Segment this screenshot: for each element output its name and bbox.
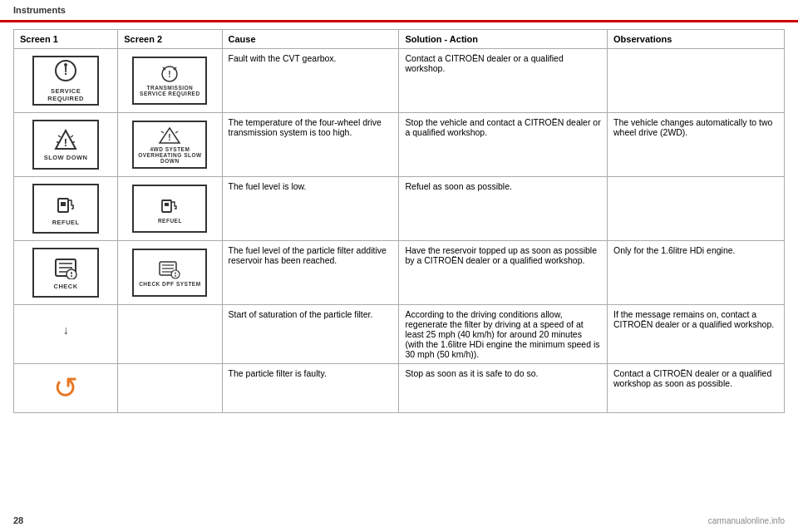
svg-point-28 bbox=[175, 275, 176, 277]
down-arrow-indicator: ↓ bbox=[63, 323, 69, 337]
transmission-service-label: TRANSMISSION SERVICE REQUIRED bbox=[134, 85, 205, 96]
table-row: ↓ Start of saturation of the particle fi… bbox=[14, 305, 785, 364]
transmission-service-icon: ! bbox=[159, 65, 180, 84]
svg-text:!: ! bbox=[169, 70, 171, 79]
svg-line-8 bbox=[175, 131, 178, 133]
table-row: CHECK bbox=[14, 241, 785, 305]
service-required-label: SERVICE REQUIRED bbox=[34, 87, 97, 102]
screen1-cell: REFUEL bbox=[14, 177, 118, 241]
col-screen1: Screen 1 bbox=[14, 30, 118, 49]
obs-cell: Contact a CITROËN dealer or a qualified … bbox=[608, 364, 785, 413]
screen1-cell: ! SLOW DOWN bbox=[14, 113, 118, 177]
solution-cell: Refuel as soon as possible. bbox=[399, 177, 608, 241]
obs-cell: The vehicle changes automatically to two… bbox=[608, 113, 785, 177]
screen1-cell: ! SERVICE REQUIRED bbox=[14, 49, 118, 113]
refuel2-label: REFUEL bbox=[158, 218, 182, 224]
col-observations: Observations bbox=[608, 30, 785, 49]
cause-cell: The particle filter is faulty. bbox=[222, 364, 399, 413]
header-title: Instruments bbox=[13, 5, 66, 15]
4wd-overheating-label: 4WD SYSTEM OVERHEATING SLOW DOWN bbox=[134, 146, 205, 164]
screen2-cell: ! 4WD SYSTEM OVERHEATING SLOW DOWN bbox=[118, 113, 222, 177]
obs-cell: Only for the 1.6litre HDi engine. bbox=[608, 241, 785, 305]
arrow-down-cell: ↓ bbox=[17, 323, 114, 345]
check-dpf-system-icon bbox=[158, 259, 181, 280]
4wd-overheating-icon-box: ! 4WD SYSTEM OVERHEATING SLOW DOWN bbox=[132, 121, 207, 169]
screen2-empty-cell bbox=[118, 305, 222, 364]
4wd-overheating-icon: ! bbox=[158, 126, 181, 145]
check-icon-box: CHECK bbox=[32, 248, 99, 298]
cause-cell: Start of saturation of the particle filt… bbox=[222, 305, 399, 364]
obs-cell bbox=[608, 49, 785, 113]
slow-down-icon: ! bbox=[54, 129, 77, 152]
page-header: Instruments bbox=[0, 0, 798, 22]
solution-cell: Have the reservoir topped up as soon as … bbox=[399, 241, 608, 305]
col-solution: Solution - Action bbox=[399, 30, 608, 49]
svg-rect-13 bbox=[165, 203, 169, 206]
solution-cell: Stop as soon as it is safe to do so. bbox=[399, 364, 608, 413]
refuel2-icon-box: REFUEL bbox=[132, 185, 207, 233]
table-row: ↺ The particle filter is faulty. Stop as… bbox=[14, 364, 785, 413]
orange-arrow-container: ↺ bbox=[17, 371, 114, 406]
instruments-table: Screen 1 Screen 2 Cause Solution - Actio… bbox=[13, 29, 785, 413]
slow-down-label: SLOW DOWN bbox=[44, 154, 88, 161]
screen2-cell: ! TRANSMISSION SERVICE REQUIRED bbox=[118, 49, 222, 113]
obs-cell bbox=[608, 177, 785, 241]
cause-cell: Fault with the CVT gearbox. bbox=[222, 49, 399, 113]
screen2-empty-cell2 bbox=[118, 364, 222, 413]
table-row: REFUEL REFUEL bbox=[14, 177, 785, 241]
svg-point-21 bbox=[71, 275, 72, 277]
cause-cell: The temperature of the four-wheel drive … bbox=[222, 113, 399, 177]
refuel-icon bbox=[54, 192, 77, 217]
check-dpf-icon bbox=[53, 256, 78, 281]
cause-cell: The fuel level is low. bbox=[222, 177, 399, 241]
col-screen2: Screen 2 bbox=[118, 30, 222, 49]
col-cause: Cause bbox=[222, 30, 399, 49]
screen1-empty-cell: ↓ bbox=[14, 305, 118, 364]
service-required-icon-box: ! SERVICE REQUIRED bbox=[32, 56, 99, 106]
cause-cell: The fuel level of the particle filter ad… bbox=[222, 241, 399, 305]
screen1-arrow-cell: ↺ bbox=[14, 364, 118, 413]
check-dpf-system-label: CHECK DPF SYSTEM bbox=[139, 281, 200, 287]
page-number: 28 bbox=[13, 515, 23, 525]
refuel-label: REFUEL bbox=[52, 219, 80, 226]
screen2-cell: CHECK DPF SYSTEM bbox=[118, 241, 222, 305]
svg-text:!: ! bbox=[169, 133, 171, 142]
orange-arrow-icon: ↺ bbox=[53, 371, 78, 405]
service-required-icon: ! bbox=[54, 59, 77, 86]
refuel-icon-box: REFUEL bbox=[32, 184, 99, 234]
svg-text:!: ! bbox=[64, 136, 67, 149]
main-content: Screen 1 Screen 2 Cause Solution - Actio… bbox=[0, 22, 798, 420]
screen2-cell: REFUEL bbox=[118, 177, 222, 241]
slow-down-icon-box: ! SLOW DOWN bbox=[32, 120, 99, 170]
check-label: CHECK bbox=[54, 283, 78, 290]
solution-cell: According to the driving conditions allo… bbox=[399, 305, 608, 364]
check-dpf-system-icon-box: CHECK DPF SYSTEM bbox=[132, 249, 207, 297]
svg-point-2 bbox=[64, 63, 67, 66]
watermark-text: carmanualonline.info bbox=[708, 516, 785, 525]
svg-line-7 bbox=[161, 131, 164, 133]
svg-rect-10 bbox=[61, 202, 66, 206]
solution-cell: Stop the vehicle and contact a CITROËN d… bbox=[399, 113, 608, 177]
refuel2-icon bbox=[159, 195, 180, 217]
table-row: ! SLOW DOWN ! bbox=[14, 113, 785, 177]
transmission-service-icon-box: ! TRANSMISSION SERVICE REQUIRED bbox=[132, 57, 207, 105]
obs-cell: If the message remains on, contact a CIT… bbox=[608, 305, 785, 364]
solution-cell: Contact a CITROËN dealer or a qualified … bbox=[399, 49, 608, 113]
screen1-cell: CHECK bbox=[14, 241, 118, 305]
table-row: ! SERVICE REQUIRED ! bbox=[14, 49, 785, 113]
